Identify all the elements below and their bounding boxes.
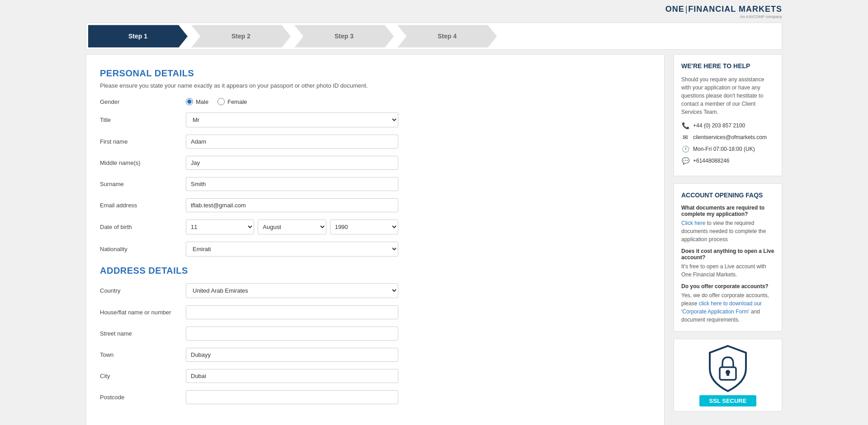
gender-male-label: Male (196, 98, 208, 105)
title-row: Title Mr Mrs Ms Miss Dr (100, 112, 651, 127)
email-icon: ✉ (681, 133, 689, 141)
town-row: Town (100, 348, 651, 362)
gender-group: Male Female (186, 98, 247, 105)
email-item: ✉ clientservices@ofmarkets.com (681, 133, 774, 141)
phone-icon: 📞 (681, 121, 689, 130)
city-input[interactable] (186, 369, 398, 383)
whatsapp-item: 💬 +61448088246 (681, 157, 774, 165)
faq-title: ACCOUNT OPENING FAQS (681, 191, 774, 200)
logo-subtitle: An AXICOMP company (740, 14, 782, 19)
town-input[interactable] (186, 348, 398, 362)
gender-male-option[interactable]: Male (186, 98, 208, 105)
whatsapp-icon: 💬 (681, 157, 689, 165)
street-row: Street name (100, 327, 651, 341)
sidebar: WE'RE HERE TO HELP Should you require an… (674, 54, 782, 425)
personal-details-title: PERSONAL DETAILS (100, 68, 651, 79)
surname-input[interactable] (186, 177, 398, 191)
faq-q1: What documents are required to complete … (681, 205, 774, 217)
faq-q2: Does it cost anything to open a Live acc… (681, 248, 774, 261)
faq-a1: Click here to view the required document… (681, 219, 774, 243)
clock-icon: 🕐 (681, 145, 689, 153)
dob-year-select[interactable]: 1990 (330, 220, 398, 234)
country-label: Country (100, 287, 181, 294)
middle-name-label: Middle name(s) (100, 159, 181, 166)
faq-a2: It's free to open a Live account with On… (681, 262, 774, 279)
faq-a3: Yes, we do offer corporate accounts, ple… (681, 291, 774, 324)
town-label: Town (100, 351, 181, 358)
phone-item: 📞 +44 (0) 203 857 2100 (681, 121, 774, 130)
postcode-input[interactable] (186, 390, 398, 404)
middle-name-input[interactable] (186, 156, 398, 170)
business-hours: Mon-Fri 07:00-18:00 (UK) (693, 146, 755, 152)
country-row: Country United Arab Emirates United King… (100, 283, 651, 298)
postcode-label: Postcode (100, 394, 181, 401)
nationality-label: Nationality (100, 246, 181, 252)
help-desc: Should you require any assistance with y… (681, 75, 774, 116)
street-input[interactable] (186, 327, 398, 341)
house-label: House/flat name or number (100, 309, 181, 316)
house-input[interactable] (186, 305, 398, 319)
title-label: Title (100, 117, 181, 123)
street-label: Street name (100, 330, 181, 337)
step-4[interactable]: Step 4 (397, 25, 497, 47)
help-card: WE'RE HERE TO HELP Should you require an… (674, 54, 782, 176)
faq-card: ACCOUNT OPENING FAQS What documents are … (674, 183, 782, 332)
city-label: City (100, 373, 181, 379)
middle-name-row: Middle name(s) (100, 156, 651, 170)
personal-details-desc: Please ensure you state your name exactl… (100, 82, 651, 89)
first-name-input[interactable] (186, 135, 398, 149)
first-name-row: First name (100, 135, 651, 149)
postcode-row: Postcode (100, 390, 651, 404)
surname-row: Surname (100, 177, 651, 191)
ssl-shield-icon (705, 344, 750, 393)
step-3[interactable]: Step 3 (294, 25, 394, 47)
gender-row: Gender Male Female (100, 98, 651, 105)
address-details-title: ADDRESS DETAILS (100, 266, 651, 276)
ssl-badge-card: SSL SECURE (674, 339, 782, 411)
email-label: Email address (100, 202, 181, 209)
ssl-label: SSL SECURE (699, 395, 757, 406)
email-input[interactable] (186, 198, 398, 212)
house-row: House/flat name or number (100, 305, 651, 319)
gender-female-label: Female (227, 98, 247, 105)
whatsapp-number: +61448088246 (693, 158, 729, 164)
company-logo: ONE | FINANCIAL MARKETS An AXICOMP compa… (665, 5, 782, 19)
dob-group: 11 August January February March April M… (186, 220, 398, 234)
svg-rect-2 (726, 372, 729, 376)
nationality-row: Nationality Emirati British American Aus… (100, 242, 651, 257)
gender-male-radio[interactable] (186, 98, 193, 105)
step-1[interactable]: Step 1 (88, 25, 188, 47)
dob-row: Date of birth 11 August January February… (100, 220, 651, 234)
nationality-select[interactable]: Emirati British American Australian Othe… (186, 242, 398, 257)
dob-label: Date of birth (100, 224, 181, 230)
steps-bar: Step 1 Step 2 Step 3 Step 4 (86, 23, 782, 50)
first-name-label: First name (100, 138, 181, 145)
faq-link-1[interactable]: Click here (681, 220, 705, 226)
country-select[interactable]: United Arab Emirates United Kingdom Unit… (186, 283, 398, 298)
email-row: Email address (100, 198, 651, 212)
dob-day-select[interactable]: 11 (186, 220, 254, 234)
surname-label: Surname (100, 181, 181, 187)
dob-month-select[interactable]: August January February March April May … (258, 220, 326, 234)
form-section: PERSONAL DETAILS Please ensure you state… (86, 54, 665, 425)
contact-email: clientservices@ofmarkets.com (693, 134, 767, 140)
faq-q3: Do you offer corporate accounts? (681, 283, 774, 290)
hours-item: 🕐 Mon-Fri 07:00-18:00 (UK) (681, 145, 774, 153)
step-2[interactable]: Step 2 (191, 25, 291, 47)
gender-female-radio[interactable] (217, 98, 225, 105)
gender-female-option[interactable]: Female (217, 98, 247, 105)
city-row: City (100, 369, 651, 383)
help-title: WE'RE HERE TO HELP (681, 62, 774, 71)
gender-label: Gender (100, 98, 181, 105)
phone-number: +44 (0) 203 857 2100 (693, 122, 745, 129)
title-select[interactable]: Mr Mrs Ms Miss Dr (186, 112, 398, 127)
